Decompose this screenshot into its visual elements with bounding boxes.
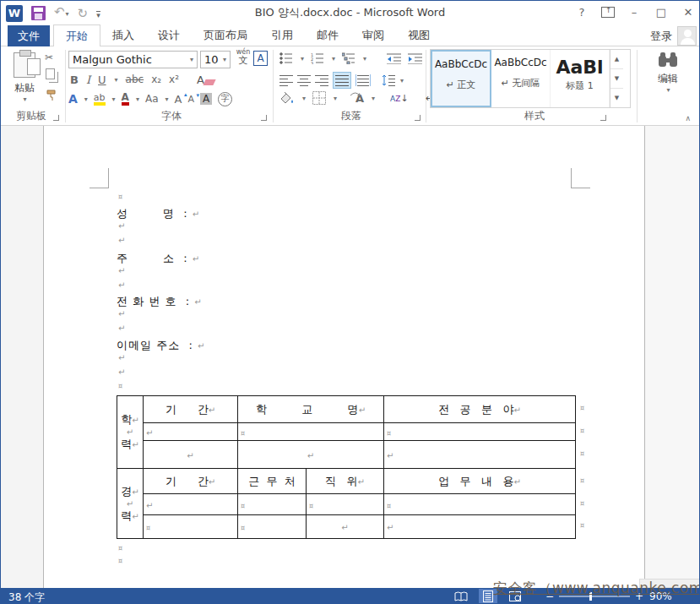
tab-home[interactable]: 开始 bbox=[53, 24, 100, 47]
font-group-label: 字体 bbox=[161, 109, 182, 123]
shading-icon[interactable] bbox=[279, 91, 295, 105]
character-shading-button[interactable]: A bbox=[200, 93, 212, 105]
career-header-position[interactable]: 직 위↵ bbox=[307, 469, 384, 494]
subscript-button[interactable]: x₂ bbox=[151, 73, 161, 85]
tab-insert[interactable]: 插入 bbox=[100, 24, 146, 46]
word-window: W ↶▾ ↻ ▾ BIO 양식.docx.doc - Microsoft Wor… bbox=[0, 0, 700, 604]
sort-icon[interactable]: AZ↓ bbox=[390, 92, 409, 104]
right-margin-strip[interactable] bbox=[644, 126, 700, 588]
paragraph-mark: ↵ bbox=[118, 280, 125, 290]
paragraph-mark: ↵ bbox=[118, 221, 125, 231]
paragraph-mark: ¤ bbox=[118, 558, 122, 565]
paste-dropdown-icon[interactable]: ▾ bbox=[8, 95, 41, 103]
clipboard-dialog-launcher-icon[interactable] bbox=[53, 115, 59, 121]
styles-more-icon[interactable]: ▼ bbox=[610, 89, 623, 107]
align-center-icon[interactable] bbox=[297, 74, 311, 86]
numbering-icon[interactable]: 123 bbox=[311, 52, 324, 64]
clear-formatting-button[interactable]: A bbox=[197, 73, 204, 86]
doc-line-phone[interactable]: 전 화 번 호 : ↵ bbox=[117, 294, 203, 309]
tab-view[interactable]: 视图 bbox=[396, 24, 442, 46]
text-effects-button[interactable]: A bbox=[68, 92, 78, 106]
paragraph-dialog-launcher-icon[interactable] bbox=[415, 115, 421, 121]
tab-review[interactable]: 审阅 bbox=[350, 24, 396, 46]
enclose-characters-button[interactable]: 字 bbox=[218, 92, 232, 106]
edu-header-major[interactable]: 전 공 분 야↵ bbox=[384, 396, 576, 423]
collapse-ribbon-icon[interactable]: ∧ bbox=[685, 114, 691, 122]
asian-layout-button[interactable]: A bbox=[355, 92, 364, 105]
edu-label-bottom: 력↵ bbox=[121, 437, 138, 452]
format-painter-icon[interactable] bbox=[45, 89, 58, 102]
bold-button[interactable]: B bbox=[70, 73, 79, 86]
multilevel-list-icon[interactable] bbox=[342, 52, 355, 64]
tab-references[interactable]: 引用 bbox=[259, 24, 305, 46]
justify-icon[interactable] bbox=[333, 72, 351, 89]
font-name-combo[interactable]: Malgun Gothic▾ bbox=[68, 51, 198, 68]
style-no-spacing[interactable]: AaBbCcDc ↵ 无间隔 bbox=[491, 50, 551, 107]
edu-header-period[interactable]: 기 간↵ bbox=[144, 396, 238, 423]
cut-icon[interactable]: ✂ bbox=[45, 52, 53, 63]
shrink-font-button[interactable]: A bbox=[187, 94, 194, 105]
margin-crop-mark-left bbox=[90, 168, 109, 188]
career-side-cell[interactable]: 경↵ ↵ 력↵ bbox=[117, 469, 144, 539]
doc-line-address[interactable]: 주 소 : ↵ bbox=[117, 251, 200, 266]
font-color-button[interactable]: A bbox=[122, 92, 129, 106]
italic-button[interactable]: I bbox=[86, 73, 90, 86]
doc-line-name[interactable]: 성 명 : ↵ bbox=[117, 206, 200, 221]
table-row[interactable]: ↵ ↵ ↵ bbox=[117, 441, 576, 469]
borders-icon[interactable] bbox=[312, 91, 326, 105]
phonetic-guide-button[interactable]: wén文 bbox=[235, 49, 252, 65]
styles-dialog-launcher-icon[interactable] bbox=[600, 115, 606, 121]
edu-header-school[interactable]: 학 교 명↵ bbox=[238, 396, 384, 423]
grow-font-button[interactable]: A bbox=[175, 93, 182, 106]
paragraph-mark: ¤ bbox=[118, 193, 122, 201]
row-end-mark: ¤ bbox=[580, 500, 584, 508]
copy-icon[interactable] bbox=[46, 68, 55, 79]
styles-scroll-down-icon[interactable]: ▼ bbox=[610, 69, 623, 89]
close-icon[interactable]: ✕ bbox=[681, 6, 696, 19]
table-row[interactable]: ¤ ¤ ↵ ↵ bbox=[117, 515, 576, 539]
read-mode-icon[interactable] bbox=[452, 589, 470, 604]
style-heading1[interactable]: AaBl 标题 1 bbox=[551, 50, 610, 107]
strikethrough-button[interactable]: abc bbox=[126, 73, 144, 85]
styles-scroll-up-icon[interactable]: ▲ bbox=[610, 50, 623, 69]
align-right-icon[interactable] bbox=[315, 74, 328, 86]
tab-file[interactable]: 文件 bbox=[8, 25, 50, 46]
superscript-button[interactable]: x² bbox=[169, 73, 179, 85]
tab-page-layout[interactable]: 页面布局 bbox=[192, 24, 259, 46]
change-case-button[interactable]: Aa bbox=[145, 93, 159, 105]
paragraph-mark: ↵ bbox=[118, 367, 125, 377]
word-count[interactable]: 38 个字 bbox=[8, 590, 45, 604]
style-normal[interactable]: AaBbCcDc ↵ 正文 bbox=[431, 50, 491, 107]
underline-button[interactable]: U bbox=[98, 73, 106, 86]
character-border-button[interactable]: A bbox=[253, 51, 268, 66]
increase-indent-icon[interactable] bbox=[408, 52, 422, 64]
styles-group-label: 样式 bbox=[524, 109, 545, 123]
career-label-top: 경↵ bbox=[121, 484, 138, 499]
decrease-indent-icon[interactable] bbox=[387, 52, 401, 64]
line-spacing-icon[interactable] bbox=[382, 74, 395, 86]
career-header-period[interactable]: 기 간↵ bbox=[144, 469, 238, 494]
career-header-duties[interactable]: 업 무 내 용↵ bbox=[384, 469, 576, 494]
tab-mailings[interactable]: 邮件 bbox=[305, 24, 350, 46]
font-size-combo[interactable]: 10▾ bbox=[200, 51, 231, 68]
font-dialog-launcher-icon[interactable] bbox=[261, 115, 267, 121]
bullets-icon[interactable] bbox=[279, 52, 293, 64]
highlight-color-button[interactable]: ab bbox=[94, 93, 106, 106]
help-icon[interactable]: ? bbox=[574, 6, 589, 19]
resume-table[interactable]: 학↵ ↵ 력↵ 기 간↵ 학 교 명↵ 전 공 분 야↵ ↵ ¤ ¤ ↵ ↵ ↵ bbox=[117, 395, 576, 539]
career-header-workplace[interactable]: 근 무 처 bbox=[238, 469, 307, 494]
edu-side-cell[interactable]: 학↵ ↵ 력↵ bbox=[117, 396, 144, 469]
minimize-icon[interactable]: – bbox=[627, 6, 642, 19]
distribute-icon[interactable] bbox=[355, 74, 371, 86]
doc-line-email[interactable]: 이메일 주소 : ↵ bbox=[117, 338, 205, 353]
maximize-icon[interactable]: □ bbox=[654, 6, 669, 19]
sign-in-link[interactable]: 登录 bbox=[650, 29, 672, 44]
align-left-icon[interactable] bbox=[279, 74, 293, 86]
table-row[interactable]: ↵ ¤ ¤ bbox=[117, 423, 576, 441]
paragraph-mark: ↵ bbox=[118, 309, 125, 318]
avatar[interactable] bbox=[677, 26, 697, 46]
table-row[interactable]: ↵ ¤ ¤ ¤ bbox=[117, 494, 576, 515]
ribbon-display-options-icon[interactable] bbox=[601, 7, 615, 18]
editing-button[interactable]: 编辑 ▾ bbox=[643, 51, 693, 94]
tab-design[interactable]: 设计 bbox=[146, 24, 192, 46]
